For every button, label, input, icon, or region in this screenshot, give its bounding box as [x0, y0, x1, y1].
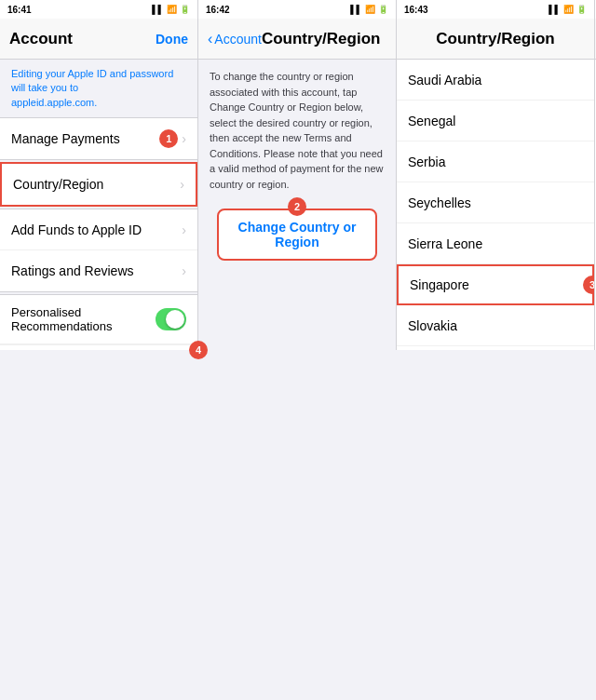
manage-payments-group: Manage Payments 1 › [0, 117, 197, 160]
country-slovakia[interactable]: Slovakia [397, 305, 594, 346]
status-time-1: 16:41 [7, 5, 32, 15]
badge-2: 2 [288, 197, 306, 216]
country-sierra-leone[interactable]: Sierra Leone [397, 223, 594, 264]
ratings-chevron: › [182, 263, 186, 278]
country-chevron-icon: › [180, 177, 184, 192]
country-singapore[interactable]: Singapore 3 [397, 264, 594, 305]
nav-bar-2: ‹ Account Country/Region [198, 19, 396, 60]
recommendations-group: Personalised Recommendations When Person… [0, 294, 197, 350]
country-info-desc: To change the country or region associat… [198, 60, 396, 201]
panel-2-content: To change the country or region associat… [198, 60, 396, 350]
status-icons-2: ▌▌ 📶 🔋 [350, 5, 388, 14]
country-senegal[interactable]: Senegal [397, 101, 594, 141]
country-list: Saudi Arabia Senegal Serbia Seychelles S… [397, 60, 594, 350]
recommendation-desc: When Personalised Recommendations is tur… [0, 344, 197, 350]
recommendations-item[interactable]: Personalised Recommendations [0, 295, 197, 344]
add-funds-label: Add Funds to Apple ID [11, 222, 142, 237]
country-region-label: Country/Region [13, 177, 103, 192]
signal-icon: ▌▌ [152, 5, 164, 14]
battery-icon: 🔋 [180, 5, 190, 14]
signal-icon-3: ▌▌ [549, 5, 561, 14]
panel-country-info: 16:42 ▌▌ 📶 🔋 ‹ Account Country/Region To… [198, 0, 397, 350]
status-icons-3: ▌▌ 📶 🔋 [549, 5, 587, 14]
country-region-item[interactable]: Country/Region › [2, 164, 196, 205]
panel-account: 16:41 ▌▌ 📶 🔋 Account Done Editing your A… [0, 0, 198, 350]
panel-1-content: Editing your Apple ID and password will … [0, 60, 197, 350]
back-arrow-icon-2: ‹ [208, 31, 212, 47]
ratings-reviews-item[interactable]: Ratings and Reviews › [0, 250, 197, 291]
apple-id-link[interactable]: appleid.apple.com. [11, 97, 97, 108]
country-saudi-arabia[interactable]: Saudi Arabia [397, 60, 594, 101]
chevron-icon: › [182, 131, 186, 146]
badge-3: 3 [583, 276, 594, 294]
nav-title-1: Account [9, 30, 73, 48]
battery-icon-3: 🔋 [576, 5, 587, 14]
back-button-2[interactable]: ‹ Account [208, 31, 262, 47]
nav-bar-3: Country/Region [397, 19, 594, 60]
status-time-3: 16:43 [404, 5, 428, 15]
add-funds-chevron: › [182, 222, 186, 237]
panel-country-list: 16:43 ▌▌ 📶 🔋 Country/Region Saudi Arabia… [397, 0, 595, 350]
nav-title-3: Country/Region [436, 30, 555, 48]
add-funds-item[interactable]: Add Funds to Apple ID › [0, 209, 197, 250]
recommendations-toggle[interactable] [156, 308, 186, 330]
nav-title-2: Country/Region [262, 30, 381, 48]
nav-bar-1: Account Done [0, 19, 197, 60]
back-label-2: Account [214, 32, 262, 47]
ratings-label: Ratings and Reviews [11, 263, 134, 278]
done-button[interactable]: Done [156, 32, 188, 47]
wifi-icon-3: 📶 [563, 5, 574, 14]
info-section: Editing your Apple ID and password will … [0, 60, 197, 117]
status-bar-1: 16:41 ▌▌ 📶 🔋 [0, 0, 197, 19]
status-icons-1: ▌▌ 📶 🔋 [152, 5, 190, 14]
info-text: Editing your Apple ID and password will … [11, 68, 173, 93]
signal-icon-2: ▌▌ [350, 5, 362, 14]
wifi-icon: 📶 [167, 5, 177, 14]
add-funds-group: Add Funds to Apple ID › Ratings and Revi… [0, 209, 197, 292]
country-region-group: Country/Region › [0, 162, 197, 207]
battery-icon-2: 🔋 [378, 5, 388, 14]
badge-1: 1 [159, 129, 178, 148]
manage-payments-item[interactable]: Manage Payments 1 › [0, 118, 197, 159]
status-time-2: 16:42 [206, 5, 230, 15]
manage-payments-label: Manage Payments [11, 131, 120, 146]
change-country-button[interactable]: Change Country or Region [217, 209, 377, 261]
recommendations-label: Personalised Recommendations [11, 305, 156, 333]
singapore-label: Singapore [410, 277, 469, 292]
country-seychelles[interactable]: Seychelles [397, 182, 594, 223]
change-country-wrapper: Change Country or Region 2 [198, 209, 396, 261]
status-bar-2: 16:42 ▌▌ 📶 🔋 [198, 0, 396, 19]
wifi-icon-2: 📶 [365, 5, 375, 14]
country-slovenia[interactable]: Slovenia [397, 346, 594, 350]
status-bar-3: 16:43 ▌▌ 📶 🔋 [397, 0, 594, 19]
country-serbia[interactable]: Serbia [397, 141, 594, 182]
